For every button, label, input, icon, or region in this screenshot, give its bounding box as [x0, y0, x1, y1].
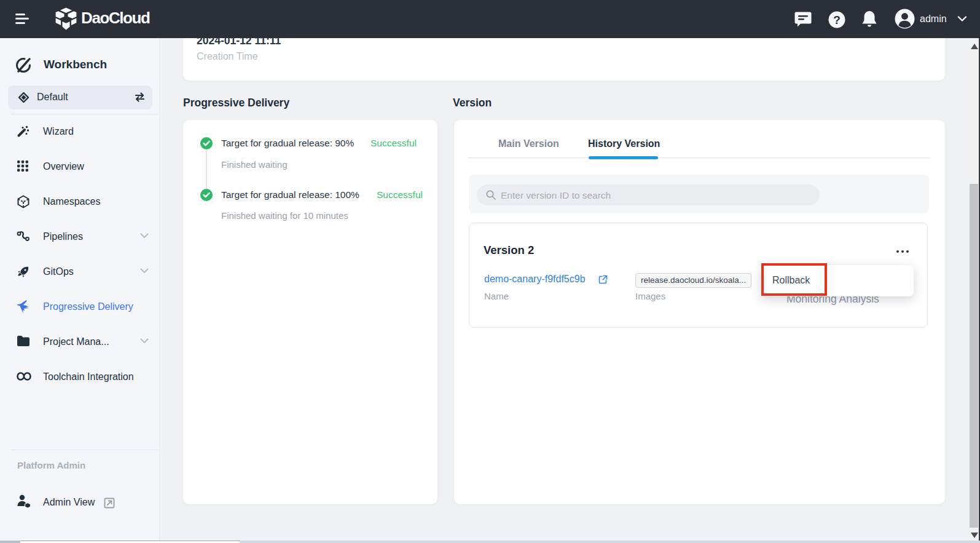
- svg-text:?: ?: [833, 14, 841, 26]
